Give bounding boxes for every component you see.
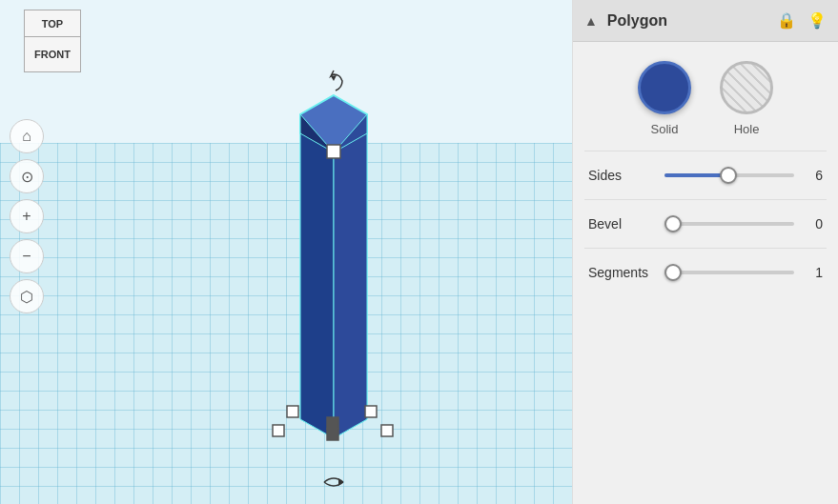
svg-rect-10 — [273, 425, 284, 436]
solid-label: Solid — [651, 122, 679, 136]
hole-label: Hole — [734, 122, 760, 136]
sides-thumb[interactable] — [720, 167, 737, 184]
segments-track — [664, 271, 794, 274]
segments-slider[interactable] — [664, 263, 794, 282]
solid-option[interactable]: Solid — [638, 61, 691, 136]
view-mode-button[interactable]: ⬡ — [10, 279, 44, 313]
bevel-value: 0 — [804, 216, 823, 232]
sides-row: Sides 6 — [573, 156, 838, 194]
bevel-track — [664, 222, 794, 226]
zoom-out-button[interactable]: − — [10, 239, 44, 273]
hole-option[interactable]: Hole — [720, 61, 773, 136]
svg-rect-12 — [381, 425, 393, 436]
lock-icon[interactable]: 🔒 — [777, 11, 796, 30]
view-cube-front[interactable]: FRONT — [24, 36, 81, 72]
divider-2 — [584, 199, 827, 200]
panel-header: ▲ Polygon 🔒 💡 — [573, 0, 838, 42]
svg-rect-7 — [287, 406, 298, 417]
svg-marker-5 — [334, 133, 367, 438]
right-panel: ▲ Polygon 🔒 💡 Solid Hole Sides 6 Bevel — [572, 0, 838, 504]
segments-value: 1 — [804, 265, 823, 280]
bevel-slider[interactable] — [664, 214, 794, 233]
divider-3 — [584, 248, 827, 249]
home-button[interactable]: ⌂ — [10, 119, 44, 153]
svg-rect-11 — [327, 429, 338, 440]
bevel-label: Bevel — [588, 216, 655, 232]
polygon-shape[interactable] — [238, 76, 429, 476]
bulb-icon[interactable]: 💡 — [807, 11, 827, 30]
bevel-row: Bevel 0 — [573, 205, 838, 243]
solid-circle — [638, 61, 691, 114]
collapse-arrow[interactable]: ▲ — [584, 13, 598, 29]
panel-title: Polygon — [607, 12, 777, 30]
bevel-thumb[interactable] — [664, 215, 682, 232]
polygon-svg — [238, 86, 429, 448]
segments-row: Segments 1 — [573, 253, 838, 292]
nav-buttons-group: ⌂ ⊙ + − ⬡ — [10, 119, 44, 313]
svg-rect-8 — [327, 417, 338, 429]
sides-label: Sides — [588, 168, 655, 183]
svg-marker-4 — [300, 133, 334, 438]
sides-track — [664, 173, 794, 177]
3d-viewport[interactable]: TOP FRONT ⌂ ⊙ + − ⬡ — [0, 0, 572, 504]
svg-rect-9 — [365, 406, 377, 417]
svg-marker-0 — [331, 75, 337, 81]
sides-value: 6 — [804, 168, 823, 183]
fit-button[interactable]: ⊙ — [10, 159, 44, 193]
svg-rect-6 — [327, 145, 340, 158]
sides-slider[interactable] — [664, 166, 794, 185]
divider-1 — [584, 151, 827, 151]
shape-type-selectors: Solid Hole — [573, 42, 838, 146]
segments-label: Segments — [588, 265, 655, 280]
zoom-in-button[interactable]: + — [10, 199, 44, 233]
view-cube-top[interactable]: TOP — [24, 10, 81, 36]
view-cube[interactable]: TOP FRONT — [14, 10, 91, 95]
hole-circle — [720, 61, 773, 114]
rotate-bottom-handle[interactable] — [319, 473, 348, 495]
segments-thumb[interactable] — [664, 264, 682, 281]
